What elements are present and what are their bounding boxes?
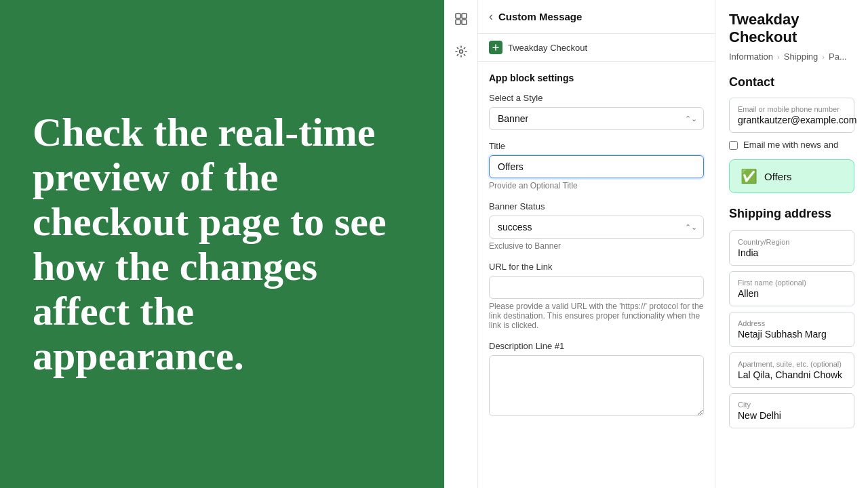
settings-icon[interactable] bbox=[450, 41, 472, 62]
settings-panel: ‹ Custom Message Tweakday Checkout App b… bbox=[478, 0, 715, 488]
city-label: City bbox=[738, 401, 846, 409]
breadcrumb: Information › Shipping › Pa... bbox=[729, 52, 854, 62]
email-news-label: Email me with news and bbox=[743, 140, 838, 150]
left-panel: Check the real-time preview of the check… bbox=[0, 0, 444, 488]
email-news-checkbox[interactable] bbox=[729, 141, 738, 150]
address-value: Netaji Subhash Marg bbox=[738, 329, 846, 340]
app-name: Tweakday Checkout bbox=[508, 43, 587, 53]
title-field-group: Title Provide an Optional Title bbox=[489, 141, 704, 190]
layout-icon[interactable] bbox=[450, 8, 472, 30]
preview-panel: Tweakday Checkout Information › Shipping… bbox=[715, 0, 868, 488]
firstname-field: First name (optional) Allen bbox=[729, 271, 854, 306]
title-hint: Provide an Optional Title bbox=[489, 181, 704, 190]
firstname-value: Allen bbox=[738, 288, 846, 299]
desc-field-group: Description Line #1 bbox=[489, 341, 704, 419]
back-button[interactable]: ‹ bbox=[489, 9, 493, 24]
apt-value: Lal Qila, Chandni Chowk bbox=[738, 369, 846, 380]
svg-rect-2 bbox=[456, 20, 460, 24]
city-field: City New Delhi bbox=[729, 393, 854, 428]
app-icon bbox=[489, 41, 502, 54]
url-hint: Please provide a valid URL with the 'htt… bbox=[489, 302, 704, 330]
shipping-section-title: Shipping address bbox=[729, 207, 854, 221]
apt-label: Apartment, suite, etc. (optional) bbox=[738, 360, 846, 368]
settings-subheader: Tweakday Checkout bbox=[478, 34, 715, 62]
breadcrumb-shipping: Shipping bbox=[784, 52, 818, 62]
svg-rect-3 bbox=[462, 20, 467, 24]
country-label: Country/Region bbox=[738, 238, 846, 246]
url-field-group: URL for the Link Please provide a valid … bbox=[489, 262, 704, 330]
desc-textarea[interactable] bbox=[489, 355, 704, 416]
address-field: Address Netaji Subhash Marg bbox=[729, 312, 854, 347]
desc-label: Description Line #1 bbox=[489, 341, 704, 351]
banner-status-select[interactable]: success warning error info bbox=[489, 216, 704, 239]
svg-point-4 bbox=[459, 50, 462, 54]
title-label: Title bbox=[489, 141, 704, 151]
breadcrumb-arrow-2: › bbox=[822, 53, 825, 61]
banner-status-label: Banner Status bbox=[489, 201, 704, 211]
firstname-label: First name (optional) bbox=[738, 279, 846, 287]
breadcrumb-payment: Pa... bbox=[829, 52, 847, 62]
style-label: Select a Style bbox=[489, 93, 704, 103]
contact-email-box: Email or mobile phone number grantkautze… bbox=[729, 98, 854, 133]
banner-status-select-wrapper: success warning error info bbox=[489, 216, 704, 239]
banner-status-hint: Exclusive to Banner bbox=[489, 241, 704, 251]
address-label: Address bbox=[738, 319, 846, 327]
contact-email-label: Email or mobile phone number bbox=[738, 105, 846, 113]
headline: Check the real-time preview of the check… bbox=[33, 110, 412, 378]
style-select-wrapper: Banner Inline Popup bbox=[489, 107, 704, 130]
preview-title: Tweakday Checkout bbox=[729, 0, 854, 52]
offers-banner-text: Offers bbox=[764, 171, 792, 182]
banner-status-field-group: Banner Status success warning error info… bbox=[489, 201, 704, 251]
country-field: Country/Region India bbox=[729, 230, 854, 266]
settings-header: ‹ Custom Message bbox=[478, 0, 715, 34]
contact-email-value: grantkautzer@example.com bbox=[738, 115, 846, 125]
contact-section-title: Contact bbox=[729, 75, 854, 89]
email-news-row: Email me with news and bbox=[729, 140, 854, 150]
breadcrumb-information: Information bbox=[729, 52, 773, 62]
apt-field: Apartment, suite, etc. (optional) Lal Qi… bbox=[729, 352, 854, 388]
country-value: India bbox=[738, 247, 846, 258]
svg-rect-1 bbox=[462, 14, 467, 18]
style-field-group: Select a Style Banner Inline Popup bbox=[489, 93, 704, 130]
url-input[interactable] bbox=[489, 276, 704, 299]
url-label: URL for the Link bbox=[489, 262, 704, 272]
settings-panel-title: Custom Message bbox=[498, 11, 582, 22]
city-value: New Delhi bbox=[738, 410, 846, 421]
check-icon: ✅ bbox=[741, 168, 757, 184]
offers-banner: ✅ Offers bbox=[729, 159, 854, 193]
breadcrumb-arrow-1: › bbox=[777, 53, 780, 61]
style-select[interactable]: Banner Inline Popup bbox=[489, 107, 704, 130]
title-input[interactable] bbox=[489, 155, 704, 178]
svg-rect-0 bbox=[456, 14, 460, 18]
settings-body: App block settings Select a Style Banner… bbox=[478, 62, 715, 441]
section-title: App block settings bbox=[489, 73, 704, 83]
sidebar bbox=[444, 0, 478, 488]
